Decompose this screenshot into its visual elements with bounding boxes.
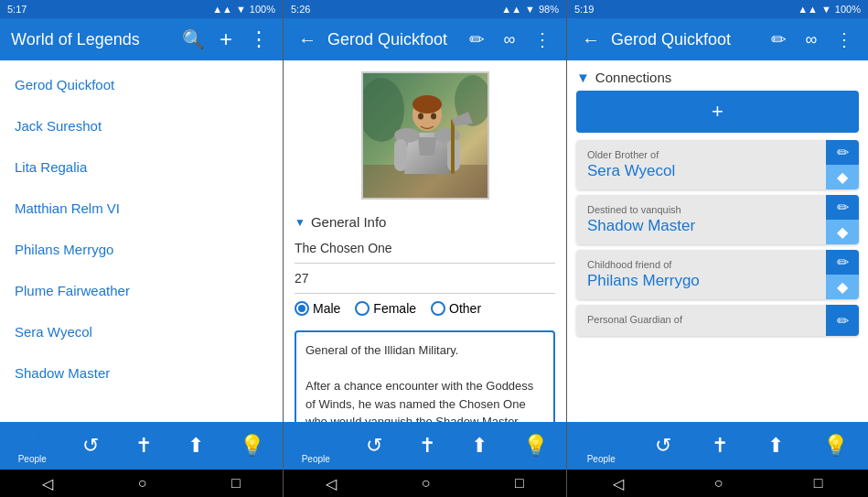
- gender-female-label: Female: [373, 301, 416, 316]
- connection-actions-4: ✏: [826, 305, 859, 336]
- connection-info-4: Personal Guardian of: [576, 305, 826, 336]
- nav-cross-2[interactable]: ✝: [412, 430, 443, 461]
- list-item[interactable]: Sera Wyecol: [0, 311, 283, 352]
- home-btn-2[interactable]: ○: [413, 471, 440, 495]
- nav-people-3[interactable]: 👤 People: [580, 425, 623, 468]
- share-icon-2: ⬆: [471, 434, 488, 458]
- search-icon[interactable]: 🔍: [180, 27, 206, 52]
- connection-card: Personal Guardian of ✏: [576, 305, 859, 336]
- people-icon-2: 👤: [304, 428, 328, 452]
- nav-undo[interactable]: ↺: [75, 430, 106, 461]
- connection-name-2[interactable]: Shadow Master: [587, 217, 815, 235]
- connection-name-3[interactable]: Philans Merrygo: [587, 272, 815, 290]
- connection-name-1[interactable]: Sera Wyecol: [587, 162, 815, 180]
- age-field[interactable]: 27: [295, 264, 555, 294]
- detail-title: Gerod Quickfoot: [327, 30, 456, 49]
- back-btn-1[interactable]: ◁: [33, 471, 62, 496]
- gender-female[interactable]: Female: [355, 301, 416, 316]
- list-item[interactable]: Matthian Relm VI: [0, 188, 283, 229]
- nav-bulb-2[interactable]: 💡: [516, 430, 555, 461]
- connection-edit-4[interactable]: ✏: [826, 305, 859, 336]
- radio-male-circle: [295, 301, 309, 316]
- list-item[interactable]: Lita Regalia: [0, 146, 283, 188]
- recent-btn-3[interactable]: □: [805, 471, 832, 495]
- signal-3: ▲▲: [798, 4, 818, 15]
- connection-link-3[interactable]: ◆: [826, 275, 859, 299]
- connection-actions-1: ✏ ◆: [826, 140, 859, 189]
- cross-icon-2: ✝: [419, 434, 435, 458]
- battery-3: 100%: [835, 4, 861, 15]
- home-btn-3[interactable]: ○: [705, 471, 733, 495]
- battery-2: 98%: [539, 4, 559, 15]
- bio-text-2: After a chance encounter with the Goddes…: [305, 377, 544, 422]
- connection-info-3: Childhood friend of Philans Merrygo: [576, 250, 826, 299]
- nav-undo-2[interactable]: ↺: [359, 430, 390, 461]
- recent-btn-1[interactable]: □: [222, 471, 250, 495]
- connection-relation-4: Personal Guardian of: [587, 314, 815, 325]
- more-icon-3[interactable]: ⋮: [831, 27, 857, 52]
- connections-label: Connections: [595, 70, 671, 85]
- people-icon: 👤: [20, 428, 45, 452]
- nav-bulb[interactable]: 💡: [232, 430, 272, 461]
- connection-relation-1: Older Brother of: [587, 149, 815, 160]
- age-value: 27: [295, 271, 309, 286]
- bulb-icon-2: 💡: [523, 434, 548, 458]
- list-item[interactable]: Jack Sureshot: [0, 105, 283, 146]
- nav-undo-3[interactable]: ↺: [648, 430, 679, 461]
- nav-share-2[interactable]: ⬆: [464, 430, 495, 461]
- list-item[interactable]: Shadow Master: [0, 352, 283, 394]
- list-item[interactable]: Gerod Quickfoot: [0, 64, 283, 105]
- connection-edit-1[interactable]: ✏: [826, 140, 859, 165]
- wifi-2: ▼: [525, 4, 535, 15]
- wifi-1: ▼: [236, 4, 246, 15]
- connection-relation-2: Destined to vanquish: [587, 204, 815, 215]
- cross-icon-3: ✝: [712, 434, 728, 458]
- nav-share[interactable]: ⬆: [180, 430, 211, 461]
- connection-link-1[interactable]: ◆: [826, 165, 859, 189]
- home-btn-1[interactable]: ○: [129, 471, 156, 495]
- nav-cross-3[interactable]: ✝: [704, 430, 735, 461]
- share-icon: ⬆: [188, 434, 204, 458]
- link-icon-3[interactable]: ∞: [798, 27, 824, 52]
- connections-title: Gerod Quickfoot: [611, 30, 758, 49]
- connection-card: Childhood friend of Philans Merrygo ✏ ◆: [576, 250, 859, 299]
- back-btn-3[interactable]: ◁: [604, 471, 633, 496]
- nav-cross[interactable]: ✝: [128, 430, 159, 461]
- back-icon-3[interactable]: ←: [578, 27, 604, 52]
- list-item[interactable]: Plume Fairweather: [0, 270, 283, 311]
- add-character-icon[interactable]: +: [213, 27, 239, 52]
- bulb-icon-3: 💡: [823, 434, 848, 458]
- gender-male-label: Male: [313, 301, 340, 316]
- nav-bulb-3[interactable]: 💡: [816, 430, 855, 461]
- more-options-icon[interactable]: ⋮: [246, 27, 272, 52]
- bio-field[interactable]: General of the Illidan Military. After a…: [295, 330, 555, 422]
- more-icon-2[interactable]: ⋮: [530, 27, 555, 52]
- back-icon-2[interactable]: ←: [295, 27, 320, 52]
- connection-actions-2: ✏ ◆: [826, 195, 859, 244]
- back-btn-2[interactable]: ◁: [316, 471, 346, 496]
- panel-connections: 5:19 ▲▲ ▼ 100% ← Gerod Quickfoot ✏ ∞ ⋮ ▼…: [567, 0, 868, 497]
- nav-people[interactable]: 👤 People: [11, 425, 54, 468]
- nav-people-label: People: [18, 454, 47, 464]
- nav-share-3[interactable]: ⬆: [760, 430, 791, 461]
- time-1: 5:17: [7, 4, 27, 15]
- link-icon-2[interactable]: ∞: [497, 27, 522, 52]
- gender-field: Male Female Other: [295, 294, 555, 323]
- undo-icon-3: ↺: [655, 434, 671, 458]
- title-field[interactable]: The Chosen One: [295, 233, 555, 264]
- connection-link-2[interactable]: ◆: [826, 220, 859, 244]
- add-connection-button[interactable]: +: [576, 91, 859, 133]
- title-value: The Chosen One: [295, 241, 392, 255]
- list-item[interactable]: Philans Merrygo: [0, 229, 283, 270]
- connection-edit-2[interactable]: ✏: [826, 195, 859, 220]
- gender-male[interactable]: Male: [295, 301, 340, 316]
- status-bar-3: 5:19 ▲▲ ▼ 100%: [567, 0, 868, 18]
- time-2: 5:26: [291, 4, 310, 15]
- nav-people-2[interactable]: 👤 People: [295, 425, 338, 468]
- edit-icon-2[interactable]: ✏: [464, 27, 489, 52]
- connection-edit-3[interactable]: ✏: [826, 250, 859, 275]
- edit-icon-3[interactable]: ✏: [766, 27, 791, 52]
- gender-other[interactable]: Other: [431, 301, 481, 316]
- general-info-label: General Info: [311, 214, 387, 230]
- recent-btn-2[interactable]: □: [506, 471, 533, 495]
